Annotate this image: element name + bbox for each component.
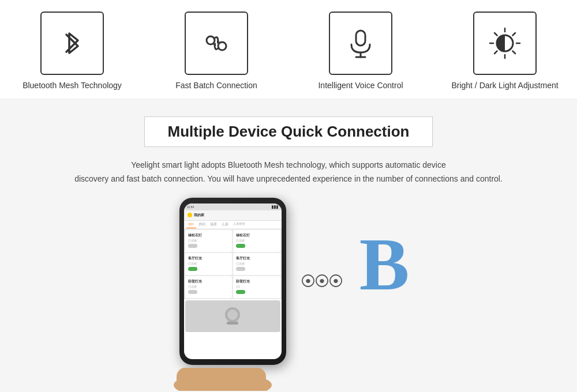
description-line2: discovery and fast batch connection. You…	[74, 174, 503, 183]
svg-line-12	[494, 33, 497, 36]
robot-image	[221, 306, 244, 326]
phone-tab-0: DIY	[186, 221, 196, 228]
voice-control-label: Intelligent Voice Control	[318, 81, 403, 90]
app-header-icon	[188, 213, 192, 217]
b-logo-container: B	[359, 227, 410, 301]
fast-batch-label: Fast Batch Connection	[175, 81, 257, 90]
light-adjustment-label: Bright / Dark Light Adjustment	[451, 81, 558, 90]
phone-mockup: 11:54 ▊▊▊ 我的家 DIY 房间 场景 人家 人员管理	[168, 198, 283, 371]
phone-body: 11:54 ▊▊▊ 我的家 DIY 房间 场景 人家 人员管理	[179, 198, 286, 365]
device-card-4: 卧室灯光 已连接	[185, 276, 233, 298]
bluetooth-icon	[55, 26, 89, 61]
b-logo: B	[359, 227, 410, 301]
phone-tab-4: 人员管理	[231, 221, 247, 228]
main-section: Multiple Device Quick Connection Yeeligh…	[0, 99, 577, 382]
phone-tab-3: 人家	[219, 221, 231, 228]
features-bar: Bluetooth Mesh Technology Fast Batch Con…	[0, 0, 577, 99]
feature-fast-batch: Fast Batch Connection	[144, 12, 288, 90]
title-container: Multiple Device Quick Connection	[12, 116, 565, 147]
status-bar: 11:54 ▊▊▊	[184, 203, 282, 210]
connection-icon-box	[185, 12, 248, 75]
phone-tabs: DIY 房间 场景 人家 人员管理	[184, 221, 282, 229]
device-grid: 绿松石灯 已连接 绿松石灯 已连接 客厅灯光 已连接	[184, 229, 282, 299]
feature-light-adjustment: Bright / Dark Light Adjustment	[433, 12, 577, 90]
hand-area	[159, 356, 286, 391]
svg-rect-4	[356, 31, 365, 46]
description-line1: Yeelight smart light adopts Bluetooth Me…	[131, 160, 446, 169]
app-header: 我的家	[184, 210, 282, 221]
svg-rect-18	[227, 322, 238, 325]
bluetooth-icon-box	[40, 12, 104, 75]
svg-point-1	[218, 42, 226, 50]
microphone-icon	[343, 26, 378, 61]
bluetooth-mesh-label: Bluetooth Mesh Technology	[23, 81, 122, 90]
phone-screen: 11:54 ▊▊▊ 我的家 DIY 房间 场景 人家 人员管理	[184, 203, 282, 359]
description: Yeelight smart light adopts Bluetooth Me…	[12, 159, 565, 186]
device-card-3: 客厅灯光 已连接	[233, 253, 280, 275]
svg-point-0	[207, 36, 215, 44]
device-card-5: 卧室灯光 1/1	[233, 276, 280, 298]
phone-tab-2: 场景	[208, 221, 219, 228]
brightness-icon-box	[473, 12, 537, 75]
app-header-text: 我的家	[194, 213, 204, 218]
svg-line-15	[494, 51, 497, 54]
microphone-icon-box	[329, 12, 392, 75]
svg-point-17	[227, 310, 238, 320]
connection-icon	[199, 26, 234, 61]
status-time: 11:54	[187, 205, 194, 209]
device-card-1: 绿松石灯 已连接	[233, 230, 280, 252]
svg-rect-20	[177, 368, 266, 388]
feature-voice-control: Intelligent Voice Control	[288, 12, 433, 90]
phone-tab-1: 房间	[196, 221, 208, 228]
brightness-icon	[488, 26, 522, 61]
screen-bottom-image	[185, 300, 280, 332]
device-card-2: 客厅灯光 已连接	[185, 253, 233, 275]
status-icons: ▊▊▊	[272, 205, 279, 209]
device-card-0: 绿松石灯 已连接	[185, 230, 233, 252]
svg-line-13	[513, 51, 516, 54]
wifi-signal: ⦿⦿⦿	[301, 273, 342, 291]
hand-svg	[159, 356, 286, 391]
main-title: Multiple Device Quick Connection	[144, 116, 433, 147]
feature-bluetooth-mesh: Bluetooth Mesh Technology	[0, 12, 144, 90]
svg-line-14	[513, 33, 516, 36]
